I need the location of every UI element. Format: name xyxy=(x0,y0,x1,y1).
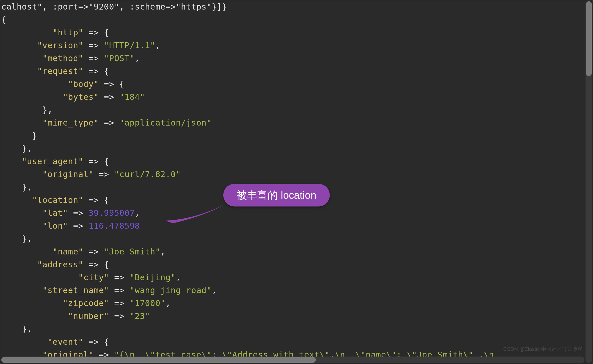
horizontal-scrollbar-thumb[interactable] xyxy=(1,357,316,363)
key-event: "event" xyxy=(47,337,83,347)
key-mime: "mime_type" xyxy=(42,118,99,128)
key-lon: "lon" xyxy=(42,221,68,231)
key-street: "street_name" xyxy=(42,285,109,295)
key-http: "http" xyxy=(53,28,83,37)
key-request: "request" xyxy=(37,66,83,76)
val-mime: "application/json" xyxy=(119,118,212,128)
val-lat: 39.995007 xyxy=(88,208,135,218)
terminal-output-panel: calhost", :port=>"9200", :scheme=>"https… xyxy=(0,0,593,364)
key-lat: "lat" xyxy=(42,208,68,218)
val-number: "23" xyxy=(130,311,150,321)
key-bytes: "bytes" xyxy=(63,92,99,102)
vertical-scrollbar-thumb[interactable] xyxy=(586,1,592,76)
val-street: "wang jing road" xyxy=(130,285,212,295)
key-number: "number" xyxy=(68,311,109,321)
code-output: calhost", :port=>"9200", :scheme=>"https… xyxy=(0,0,593,361)
key-version: "version" xyxy=(37,40,83,50)
val-bytes: "184" xyxy=(119,92,145,102)
horizontal-scrollbar-track[interactable] xyxy=(1,357,584,363)
val-city: "Beijing" xyxy=(130,272,176,282)
val-method: "POST" xyxy=(104,53,135,63)
key-ua-original: "original" xyxy=(42,169,94,179)
callout-label: 被丰富的 location xyxy=(237,189,316,201)
line-header: calhost", :port=>"9200", :scheme=>"https… xyxy=(1,2,227,12)
val-ua-original: "curl/7.82.0" xyxy=(114,169,181,179)
key-city: "city" xyxy=(78,272,109,282)
val-zipcode: "17000" xyxy=(130,298,166,308)
key-body: "body" xyxy=(68,79,99,89)
open-brace: { xyxy=(1,15,6,24)
annotation-callout: 被丰富的 location xyxy=(223,184,330,206)
val-version: "HTTP/1.1" xyxy=(104,40,155,50)
vertical-scrollbar-track[interactable] xyxy=(586,1,592,363)
key-location: "location" xyxy=(32,195,83,205)
key-address: "address" xyxy=(37,260,83,269)
watermark: CSDN @Elastic 中国社区官方博客 xyxy=(503,343,582,355)
val-lon: 116.478598 xyxy=(88,221,140,231)
key-name: "name" xyxy=(53,247,83,257)
val-name: "Joe Smith" xyxy=(104,247,160,257)
key-zipcode: "zipcode" xyxy=(63,298,109,308)
key-user-agent: "user_agent" xyxy=(22,156,84,166)
key-method: "method" xyxy=(42,53,83,63)
callout-tail xyxy=(165,205,227,223)
